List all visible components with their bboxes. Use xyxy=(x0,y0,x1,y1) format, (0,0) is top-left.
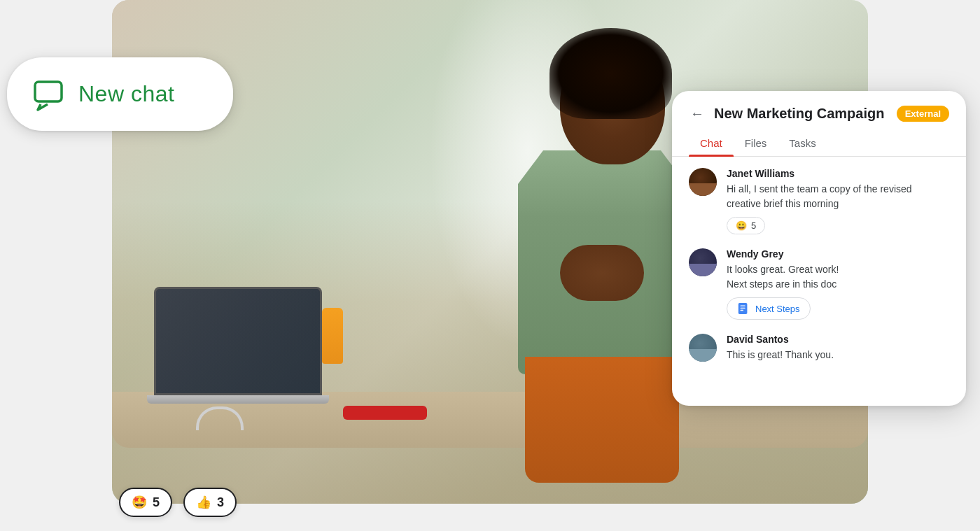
reaction-star-eyes-emoji: 🤩 xyxy=(132,495,147,510)
message-content-janet: Janet Williams Hi all, I sent the team a… xyxy=(727,168,949,234)
message-text-janet: Hi all, I sent the team a copy of the re… xyxy=(727,182,949,211)
tablet xyxy=(343,406,427,420)
panel-title: New Marketing Campaign xyxy=(714,106,888,122)
message-janet: Janet Williams Hi all, I sent the team a… xyxy=(689,168,949,234)
chat-icon xyxy=(32,78,66,111)
external-badge: External xyxy=(897,106,949,122)
reaction-star-eyes-count: 5 xyxy=(153,495,160,510)
svg-rect-3 xyxy=(741,308,746,309)
person-arms xyxy=(560,245,644,301)
panel-header: ← New Marketing Campaign External xyxy=(672,91,966,122)
doc-pill-label: Next Steps xyxy=(755,304,800,314)
message-david: David Santos This is great! Thank you. xyxy=(689,334,949,362)
person-pants xyxy=(525,357,679,483)
tab-files[interactable]: Files xyxy=(734,130,778,156)
svg-rect-2 xyxy=(741,306,746,306)
reaction-thumbs-up[interactable]: 👍 3 xyxy=(183,488,237,517)
message-name-wendy: Wendy Grey xyxy=(727,248,949,260)
reaction-star-eyes[interactable]: 🤩 5 xyxy=(119,488,172,517)
message-name-david: David Santos xyxy=(727,334,949,345)
laptop-screen xyxy=(154,287,322,395)
panel-tabs: Chat Files Tasks xyxy=(672,130,966,157)
reaction-thumbs-up-count: 3 xyxy=(217,495,224,510)
scene: New chat ← New Marketing Campaign Extern… xyxy=(0,0,980,531)
avatar-david xyxy=(689,334,717,362)
reaction-pill-janet[interactable]: 😀 5 xyxy=(727,217,765,234)
tab-tasks[interactable]: Tasks xyxy=(778,130,827,156)
svg-rect-0 xyxy=(35,82,62,101)
message-content-david: David Santos This is great! Thank you. xyxy=(727,334,949,362)
tab-chat[interactable]: Chat xyxy=(689,130,734,156)
avatar-janet xyxy=(689,168,717,196)
message-name-janet: Janet Williams xyxy=(727,168,949,179)
person-hair xyxy=(550,28,672,119)
doc-icon xyxy=(737,302,750,315)
doc-pill-next-steps[interactable]: Next Steps xyxy=(727,297,811,320)
chat-panel: ← New Marketing Campaign External Chat F… xyxy=(672,91,966,406)
reaction-emoji-janet: 😀 xyxy=(736,220,747,231)
back-button[interactable]: ← xyxy=(689,105,706,122)
message-text-wendy: It looks great. Great work! Next steps a… xyxy=(727,262,949,292)
messages-list: Janet Williams Hi all, I sent the team a… xyxy=(672,157,966,395)
reaction-thumbs-up-emoji: 👍 xyxy=(196,495,211,510)
svg-rect-4 xyxy=(741,310,744,311)
new-chat-bubble[interactable]: New chat xyxy=(7,57,233,131)
headphones xyxy=(196,395,252,430)
message-content-wendy: Wendy Grey It looks great. Great work! N… xyxy=(727,248,949,320)
reaction-count-janet: 5 xyxy=(751,220,756,231)
message-wendy: Wendy Grey It looks great. Great work! N… xyxy=(689,248,949,320)
message-text-david: This is great! Thank you. xyxy=(727,348,949,362)
bottom-reactions: 🤩 5 👍 3 xyxy=(119,488,237,517)
new-chat-label: New chat xyxy=(78,81,174,107)
avatar-wendy xyxy=(689,248,717,276)
laptop xyxy=(154,287,350,420)
